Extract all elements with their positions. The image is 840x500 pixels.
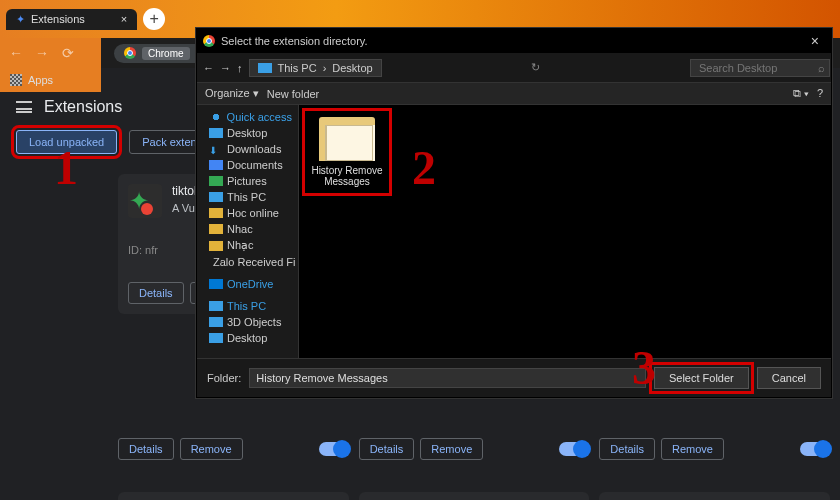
tree-thispc[interactable]: This PC: [197, 189, 298, 205]
nav-forward-button[interactable]: →: [32, 45, 52, 61]
tree-3d[interactable]: 3D Objects: [197, 314, 298, 330]
details-button[interactable]: Details: [118, 438, 174, 460]
load-unpacked-button[interactable]: Load unpacked: [16, 130, 117, 154]
details-button[interactable]: Details: [359, 438, 415, 460]
dialog-title: Select the extension directory.: [221, 35, 368, 47]
tree-onedrive[interactable]: OneDrive: [197, 276, 298, 292]
pc-icon: [209, 192, 223, 202]
chrome-icon: [203, 35, 215, 47]
select-folder-button[interactable]: Select Folder: [654, 367, 749, 389]
nav-back-icon[interactable]: ←: [203, 62, 214, 74]
chrome-icon: [124, 47, 136, 59]
cloud-icon: [209, 279, 223, 289]
chevron-icon: ›: [323, 62, 327, 74]
folder-icon: [209, 224, 223, 234]
tree-hoc[interactable]: Hoc online: [197, 205, 298, 221]
crumb-pc: This PC: [278, 62, 317, 74]
tree-desk2[interactable]: Desktop: [197, 330, 298, 346]
new-tab-button[interactable]: +: [143, 8, 165, 30]
folder-item-selected[interactable]: History Remove Messages: [307, 113, 387, 191]
tree-quick-access[interactable]: Quick access: [197, 109, 298, 125]
search-input[interactable]: [690, 59, 830, 77]
search-icon: ⌕: [818, 62, 825, 74]
apps-icon: [10, 74, 22, 86]
ext-icon: ✦: [128, 184, 162, 218]
3d-icon: [209, 317, 223, 327]
remove-button[interactable]: Remove: [420, 438, 483, 460]
nav-back-button[interactable]: ←: [6, 45, 26, 61]
pictures-icon: [209, 176, 223, 186]
extension-card: Grammarly for Chrome 1: [599, 492, 830, 500]
extension-card: ⠿ Google Translate 2.0.9: [359, 492, 590, 500]
tree-desktop[interactable]: Desktop: [197, 125, 298, 141]
folder-icon: [209, 241, 223, 251]
toggle-switch[interactable]: [800, 442, 830, 456]
toggle-switch[interactable]: [319, 442, 349, 456]
browser-tab[interactable]: ✦ Extensions ×: [6, 9, 137, 30]
plus-icon: +: [150, 10, 159, 28]
download-icon: [209, 144, 223, 154]
desktop-icon: [209, 333, 223, 343]
folder-icon: [319, 117, 375, 161]
folder-input[interactable]: [249, 368, 646, 388]
nav-reload-button[interactable]: ⟳: [58, 45, 78, 61]
details-button[interactable]: Details: [128, 282, 184, 304]
tree-zalo[interactable]: Zalo Received Fi: [197, 254, 298, 270]
star-icon: [209, 112, 223, 122]
pc-icon: [258, 63, 272, 73]
close-button[interactable]: ×: [805, 33, 825, 49]
desktop-icon: [209, 128, 223, 138]
organize-menu[interactable]: Organize ▾: [205, 87, 259, 100]
nav-tree: Quick access Desktop Downloads Documents…: [197, 105, 299, 358]
nav-up-icon[interactable]: ↑: [237, 62, 243, 74]
remove-button[interactable]: Remove: [180, 438, 243, 460]
folder-label: History Remove Messages: [311, 165, 383, 187]
remove-button[interactable]: Remove: [661, 438, 724, 460]
toggle-switch[interactable]: [559, 442, 589, 456]
document-icon: [209, 160, 223, 170]
tree-thispc2[interactable]: This PC: [197, 298, 298, 314]
folder-icon: [209, 208, 223, 218]
page-title: Extensions: [44, 98, 122, 116]
tree-downloads[interactable]: Downloads: [197, 141, 298, 157]
details-button[interactable]: Details: [599, 438, 655, 460]
cancel-button[interactable]: Cancel: [757, 367, 821, 389]
bookmark-apps[interactable]: Apps: [28, 74, 53, 86]
nav-fwd-icon[interactable]: →: [220, 62, 231, 74]
new-folder-button[interactable]: New folder: [267, 88, 320, 100]
folder-field-label: Folder:: [207, 372, 241, 384]
crumb-desktop: Desktop: [332, 62, 372, 74]
tree-nhac[interactable]: Nhac: [197, 221, 298, 237]
chrome-label: Chrome: [142, 47, 190, 60]
tab-title: Extensions: [31, 13, 85, 25]
extension-card: ≡ Google Docs Offline 1.9.1: [118, 492, 349, 500]
tab-close-icon[interactable]: ×: [121, 13, 127, 25]
view-icon[interactable]: ⧉ ▾: [793, 87, 809, 100]
pc-icon: [209, 301, 223, 311]
file-dialog: Select the extension directory. × ← → ↑ …: [196, 28, 832, 398]
menu-icon[interactable]: [16, 101, 32, 113]
puzzle-icon: ✦: [16, 13, 25, 26]
tree-documents[interactable]: Documents: [197, 157, 298, 173]
tree-nhac2[interactable]: Nhạc: [197, 237, 298, 254]
help-icon[interactable]: ?: [817, 87, 823, 100]
breadcrumb[interactable]: This PC › Desktop: [249, 59, 382, 77]
tree-pictures[interactable]: Pictures: [197, 173, 298, 189]
